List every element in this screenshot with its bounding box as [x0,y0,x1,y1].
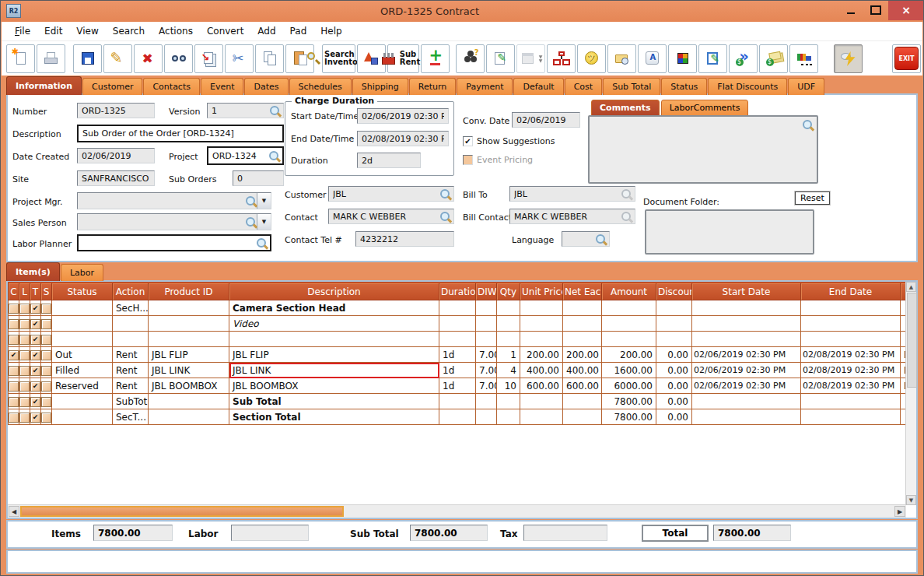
conv-date-field[interactable] [515,115,577,125]
unchecked-checkbox[interactable] [9,304,19,314]
search-icon[interactable] [268,150,280,162]
grid-cell[interactable] [149,409,229,425]
grid-cell[interactable] [602,332,656,347]
duration-field[interactable] [360,156,418,166]
column-header-duration[interactable]: Duration [439,283,476,300]
tab-comments[interactable]: Comments [591,100,660,117]
description-field[interactable] [81,128,280,139]
project-mgr-field[interactable] [80,196,245,206]
row-checkbox-cell[interactable] [41,316,52,332]
grid-cell[interactable]: 7.00 [476,347,497,363]
unchecked-checkbox[interactable] [19,319,30,329]
grid-cell[interactable]: SecH... [113,300,149,316]
grid-cell[interactable]: 1d [439,363,476,378]
row-checkbox-cell[interactable] [9,394,19,409]
grid-cell[interactable] [692,316,801,332]
sales-person-field[interactable] [80,217,245,227]
number-field[interactable] [80,106,152,116]
project-field[interactable] [211,151,268,161]
unchecked-checkbox[interactable] [41,366,51,376]
notepad-button[interactable] [486,44,515,73]
print-button[interactable] [37,44,65,73]
grid-cell[interactable]: JBL BOOMBOX [149,378,229,394]
grid-cell[interactable]: 7800.00 [602,394,656,409]
row-checkbox-cell[interactable] [9,378,19,394]
grid-cell[interactable]: 0.00 [656,378,692,394]
grid-cell[interactable] [520,300,563,316]
grid-cell[interactable]: Video [229,316,439,332]
row-checkbox-cell[interactable] [19,378,30,394]
grid-cell[interactable]: Rent [113,347,149,363]
grid-cell[interactable]: 1d [439,378,476,394]
document-folder-box[interactable] [645,209,814,255]
grid-cell[interactable]: 200.00 [602,347,656,363]
grid-cell[interactable] [563,409,602,425]
grid-cell[interactable] [656,316,692,332]
comments-textarea[interactable] [588,115,818,184]
tab-default[interactable]: Default [513,78,563,95]
search-icon[interactable] [595,234,607,245]
grid-cell[interactable] [563,394,602,409]
tab-customer[interactable]: Customer [82,78,142,95]
grid-cell[interactable] [439,394,476,409]
grid-cell[interactable]: Section Total [229,409,439,425]
grid-cell[interactable] [149,300,229,316]
row-checkbox-cell[interactable] [19,363,30,378]
grid-cell[interactable] [439,409,476,425]
note-edit-button[interactable] [698,44,727,73]
grid-cell[interactable]: 1600.00 [602,363,656,378]
grid-cell[interactable]: 600.00 [563,378,602,394]
unchecked-checkbox[interactable] [19,413,30,423]
tab-status[interactable]: Status [661,78,707,95]
tab-dates[interactable]: Dates [244,78,288,95]
tab-udf[interactable]: UDF [788,78,824,95]
grid-cell[interactable] [520,394,563,409]
row-checkbox-cell[interactable] [41,409,52,425]
row-checkbox-cell[interactable] [19,409,30,425]
sub-orders-field[interactable] [236,174,281,184]
tab-event[interactable]: Event [201,78,244,95]
menu-actions[interactable]: Actions [152,23,200,39]
row-checkbox-cell[interactable] [41,332,52,347]
unchecked-checkbox[interactable] [9,366,19,376]
unchecked-checkbox[interactable] [41,381,51,392]
column-header-l[interactable]: L [19,283,30,300]
money-button[interactable] [759,44,788,73]
scroll-left-icon[interactable]: ◀ [9,506,19,517]
checked-checkbox[interactable]: ✔ [30,397,40,407]
grid-cell[interactable]: 02/08/2019 02:30 PM [801,378,901,394]
grid-cell[interactable]: 02/08/2019 02:30 PM [801,347,901,363]
row-checkbox-cell[interactable]: ✔ [30,378,41,394]
duplicate-button[interactable] [194,44,223,73]
contact-tel-field[interactable] [359,234,451,244]
add-button[interactable] [421,44,450,73]
row-checkbox-cell[interactable]: ✔ [30,363,41,378]
version-field[interactable] [210,106,269,116]
grid-cell[interactable]: 7.00 [476,363,497,378]
grid-cell[interactable] [520,409,563,425]
end-datetime-field[interactable] [360,134,446,144]
search-icon[interactable] [439,188,451,200]
grid-cell[interactable] [113,332,149,347]
grid-cell[interactable] [692,409,801,425]
search-icon[interactable] [245,216,257,228]
checked-checkbox[interactable]: ✔ [30,413,40,423]
tab-item-s-[interactable]: Item(s) [6,262,60,281]
grid-cell[interactable]: 4 [497,363,520,378]
column-header-qty[interactable]: Qty [497,283,520,300]
unchecked-checkbox[interactable] [19,397,30,407]
checked-checkbox[interactable]: ✔ [30,319,40,329]
checked-checkbox[interactable]: ✔ [30,304,40,314]
tab-information[interactable]: Information [6,76,82,95]
grid-cell[interactable] [149,332,229,347]
copy-button[interactable] [255,44,284,73]
reset-button[interactable]: Reset [795,191,830,205]
keyboard-key-button[interactable] [638,44,667,73]
vertical-scroll-thumb[interactable] [907,293,917,388]
close-button[interactable]: × [888,0,924,20]
grid-cell[interactable]: JBL LINK [229,363,439,378]
scroll-up-icon[interactable]: ▲ [906,282,916,292]
chevron-down-icon[interactable]: ▼ [257,193,271,209]
unchecked-checkbox[interactable] [41,335,51,345]
tab-laborcomments[interactable]: LaborComments [661,100,749,117]
